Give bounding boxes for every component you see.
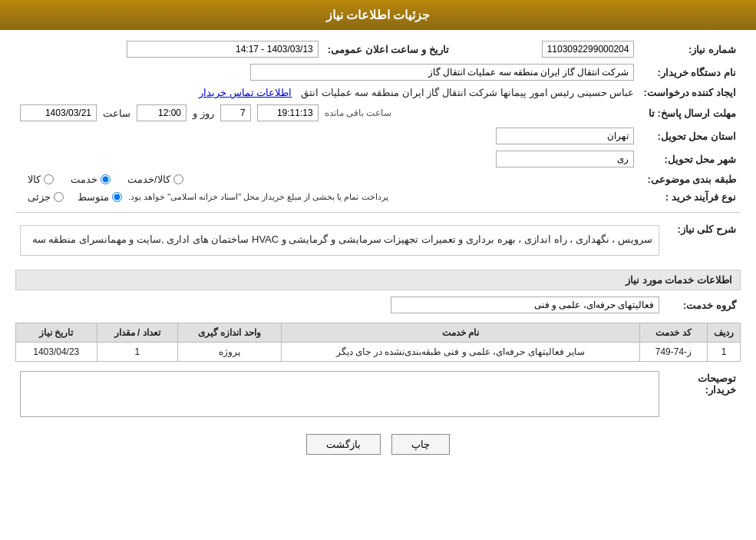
group-input (391, 297, 659, 313)
description-row: شرح کلی نیاز: سرویس ، نگهداری ، راه اندا… (15, 219, 741, 262)
service-table-header-row: ردیف کد خدمت نام خدمت واحد اندازه گیری ت… (16, 323, 741, 343)
col-count: تعداد / مقدار (97, 323, 177, 343)
service-info-section: اطلاعات خدمات مورد نیاز گروه خدمت: ردیف … (15, 270, 741, 422)
category-kala-khedmat-radio[interactable] (173, 174, 183, 184)
cell-count: 1 (97, 343, 177, 362)
order-number-label: شماره نیاز: (639, 38, 741, 61)
order-number-input (542, 41, 634, 58)
row-order-announce: شماره نیاز: تاریخ و ساعت اعلان عمومی: (15, 38, 741, 61)
category-kala: کالا (28, 174, 54, 185)
deadline-remaining-input (257, 104, 319, 121)
divider-1 (15, 212, 741, 213)
province-label: استان محل تحویل: (639, 124, 741, 147)
cell-row: 1 (708, 343, 741, 362)
row-category: طبقه بندی موضوعی: کالا خدمت (15, 171, 741, 188)
category-khedmat: خدمت (71, 174, 111, 185)
content-area: شماره نیاز: تاریخ و ساعت اعلان عمومی: نا… (0, 30, 756, 462)
creator-value: عباس حسینی رئیس امور پیمانها شرکت انتقال… (301, 87, 634, 98)
contact-link[interactable]: اطلاعات تماس خریدار (199, 87, 292, 98)
buyer-notes-label: توصیحات خریدار: (664, 368, 741, 422)
province-input (496, 128, 634, 144)
city-label: شهر محل تحویل: (639, 147, 741, 171)
category-label: طبقه بندی موضوعی: (639, 171, 741, 188)
row-org: نام دستگاه خریدار: (15, 61, 741, 84)
purchase-motavaset-radio[interactable] (112, 192, 122, 202)
cell-date: 1403/04/23 (16, 343, 97, 362)
print-button[interactable]: چاپ (391, 434, 450, 455)
page-header: جزئیات اطلاعات نیاز (0, 0, 756, 30)
creator-label: ایجاد کننده درخواست: (639, 84, 741, 101)
category-kala-label: کالا (28, 174, 41, 185)
category-kala-khedmat-label: کالا/خدمت (127, 174, 170, 185)
group-label: گروه خدمت: (664, 293, 741, 316)
deadline-time-input (137, 104, 187, 121)
row-purchase-type: نوع فرآیند خرید : جزئی متوسط پرداخت تمام… (15, 188, 741, 206)
col-service-name: نام خدمت (282, 323, 640, 343)
purchase-note: پرداخت تمام یا بخشی از مبلغ خریداز محل "… (128, 192, 388, 202)
deadline-days-label: روز و (193, 108, 214, 119)
cell-code: ز-74-749 (639, 343, 707, 362)
cell-name: سایر فعالیتهای حرفه‌ای، علمی و فنی طبقه‌… (282, 343, 640, 362)
description-table: شرح کلی نیاز: سرویس ، نگهداری ، راه اندا… (15, 219, 741, 262)
org-name-label: نام دستگاه خریدار: (639, 61, 741, 84)
deadline-date-input (20, 104, 97, 121)
deadline-label: مهلت ارسال پاسخ: تا (639, 101, 741, 124)
service-info-title: اطلاعات خدمات مورد نیاز (15, 270, 741, 290)
buyer-notes-textarea[interactable] (20, 371, 659, 417)
cell-unit: پروژه (177, 343, 281, 362)
service-table: ردیف کد خدمت نام خدمت واحد اندازه گیری ت… (15, 323, 741, 362)
row-deadline: مهلت ارسال پاسخ: تا ساعت روز و ساعت باقی… (15, 101, 741, 124)
description-label: شرح کلی نیاز: (664, 219, 741, 262)
description-text: سرویس ، نگهداری ، راه اندازی ، بهره بردا… (20, 225, 659, 256)
purchase-jozii: جزئی (28, 191, 64, 203)
service-table-body: 1ز-74-749سایر فعالیتهای حرفه‌ای، علمی و … (16, 343, 741, 362)
deadline-days-input (220, 104, 251, 121)
back-button[interactable]: بازگشت (306, 434, 381, 455)
buttons-row: چاپ بازگشت (15, 434, 741, 455)
row-province: استان محل تحویل: (15, 124, 741, 147)
buyer-notes-table: توصیحات خریدار: (15, 368, 741, 422)
buyer-notes-row: توصیحات خریدار: (15, 368, 741, 422)
service-table-head: ردیف کد خدمت نام خدمت واحد اندازه گیری ت… (16, 323, 741, 343)
category-radio-group: کالا خدمت کالا/خدمت (20, 174, 634, 185)
purchase-jozii-label: جزئی (28, 191, 51, 203)
row-creator: ایجاد کننده درخواست: عباس حسینی رئیس امو… (15, 84, 741, 101)
row-city: شهر محل تحویل: (15, 147, 741, 171)
col-row-num: ردیف (708, 323, 741, 343)
purchase-type-label: نوع فرآیند خرید : (639, 188, 741, 206)
deadline-time-label: ساعت (103, 108, 130, 119)
group-table: گروه خدمت: (15, 293, 741, 316)
main-info-table: شماره نیاز: تاریخ و ساعت اعلان عمومی: نا… (15, 38, 741, 206)
purchase-motavaset: متوسط (78, 191, 122, 203)
category-khedmat-label: خدمت (71, 174, 97, 185)
purchase-motavaset-label: متوسط (78, 191, 109, 203)
col-date: تاریخ نیاز (16, 323, 97, 343)
table-row: 1ز-74-749سایر فعالیتهای حرفه‌ای، علمی و … (16, 343, 741, 362)
col-unit: واحد اندازه گیری (177, 323, 281, 343)
col-service-code: کد خدمت (639, 323, 707, 343)
category-kala-radio[interactable] (44, 174, 54, 184)
city-input (496, 151, 634, 167)
group-row: گروه خدمت: (15, 293, 741, 316)
announce-input (127, 41, 319, 58)
deadline-remaining-label: ساعت باقی مانده (325, 108, 392, 118)
org-name-input (250, 64, 634, 81)
category-khedmat-radio[interactable] (101, 174, 111, 184)
purchase-jozii-radio[interactable] (54, 192, 64, 202)
page-wrapper: جزئیات اطلاعات نیاز شماره نیاز: تاریخ و … (0, 0, 756, 540)
category-kala-khedmat: کالا/خدمت (127, 174, 183, 185)
header-title: جزئیات اطلاعات نیاز (326, 8, 431, 22)
announce-label: تاریخ و ساعت اعلان عمومی: (323, 38, 454, 61)
